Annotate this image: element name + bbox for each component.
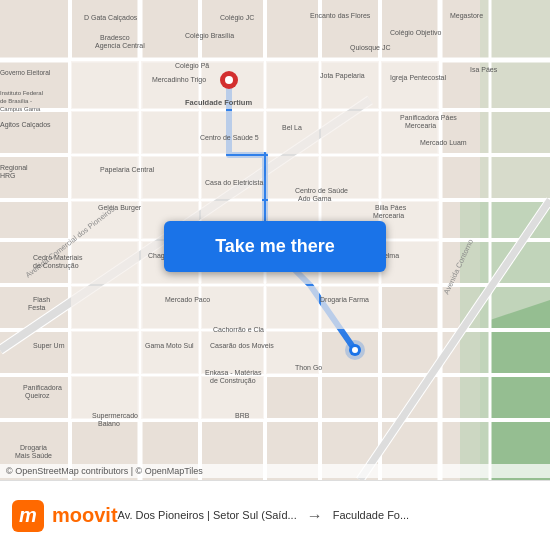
moovit-icon-letter: m (19, 504, 37, 527)
svg-text:Billa Páes: Billa Páes (375, 204, 407, 211)
svg-text:Agencia Central: Agencia Central (95, 42, 145, 50)
svg-rect-28 (266, 61, 319, 109)
svg-rect-57 (201, 286, 264, 329)
svg-text:Panificadora: Panificadora (23, 384, 62, 391)
route-arrow-icon: → (307, 507, 323, 525)
svg-text:Regional: Regional (0, 164, 28, 172)
svg-text:Queiroz: Queiroz (25, 392, 50, 400)
svg-text:Centro de Saúde 5: Centro de Saúde 5 (200, 134, 259, 141)
svg-rect-32 (141, 111, 199, 154)
route-to-label: Faculdade Fo... (333, 508, 409, 522)
svg-point-127 (225, 76, 233, 84)
svg-text:Agitos Calçados: Agitos Calçados (0, 121, 51, 129)
copyright-text: © OpenStreetMap contributors | © OpenMap… (0, 464, 550, 478)
svg-rect-54 (381, 241, 439, 284)
svg-text:Drogaria: Drogaria (20, 444, 47, 452)
svg-text:Colégio Pã: Colégio Pã (175, 62, 209, 70)
svg-text:Bradesco: Bradesco (100, 34, 130, 41)
svg-rect-30 (381, 61, 439, 109)
svg-text:Mercado Luam: Mercado Luam (420, 139, 467, 146)
svg-rect-61 (141, 331, 199, 374)
svg-rect-65 (141, 376, 199, 419)
svg-text:Faculdade Fortium: Faculdade Fortium (185, 98, 252, 107)
take-me-there-button[interactable]: Take me there (164, 221, 386, 272)
svg-rect-33 (201, 111, 264, 154)
svg-rect-34 (266, 111, 319, 154)
svg-text:Mais Saúde: Mais Saúde (15, 452, 52, 459)
svg-rect-35 (321, 111, 379, 154)
svg-rect-56 (141, 286, 199, 329)
svg-text:Mercearia: Mercearia (405, 122, 436, 129)
svg-text:Colégio JC: Colégio JC (220, 14, 254, 22)
svg-text:Gama Moto Sul: Gama Moto Sul (145, 342, 194, 349)
svg-text:Papelaria Central: Papelaria Central (100, 166, 155, 174)
svg-rect-29 (321, 61, 379, 109)
svg-text:Supermercado: Supermercado (92, 412, 138, 420)
svg-text:Mercearia: Mercearia (373, 212, 404, 219)
svg-text:Cedro Materiais: Cedro Materiais (33, 254, 83, 261)
svg-rect-39 (201, 156, 264, 199)
svg-text:de Brasília -: de Brasília - (0, 98, 32, 104)
svg-text:Casarão dos Moveis: Casarão dos Moveis (210, 342, 274, 349)
svg-text:D Gata Calçados: D Gata Calçados (84, 14, 138, 22)
svg-text:Cachorrão e Cla: Cachorrão e Cla (213, 326, 264, 333)
svg-rect-58 (266, 286, 319, 329)
svg-text:Centro de Saúde: Centro de Saúde (295, 187, 348, 194)
svg-rect-25 (71, 61, 139, 109)
moovit-brand-name: moovit (52, 504, 118, 527)
svg-text:Thon Go: Thon Go (295, 364, 322, 371)
copyright-label: © OpenStreetMap contributors | © OpenMap… (6, 466, 203, 476)
svg-text:Flash: Flash (33, 296, 50, 303)
route-info: Av. Dos Pioneiros | Setor Sul (Saíd... →… (118, 507, 538, 525)
moovit-logo: m moovit (12, 500, 118, 532)
svg-text:Drogaria Farma: Drogaria Farma (320, 296, 369, 304)
svg-rect-37 (71, 156, 139, 199)
svg-text:Colégio Objetivo: Colégio Objetivo (390, 29, 441, 37)
svg-rect-49 (71, 241, 139, 284)
svg-rect-42 (381, 156, 439, 199)
svg-text:Igreja Pentecostal: Igreja Pentecostal (390, 74, 446, 82)
svg-rect-59 (321, 286, 379, 329)
svg-text:Mercado Paco: Mercado Paco (165, 296, 210, 303)
svg-text:Quiosque JC: Quiosque JC (350, 44, 390, 52)
svg-rect-38 (141, 156, 199, 199)
svg-text:Megastore: Megastore (450, 12, 483, 20)
svg-text:Casa do Eletricista: Casa do Eletricista (205, 179, 263, 186)
svg-text:Colégio Brasília: Colégio Brasília (185, 32, 234, 40)
route-from-label: Av. Dos Pioneiros | Setor Sul (Saíd... (118, 508, 297, 522)
svg-text:BRB: BRB (235, 412, 250, 419)
svg-marker-3 (490, 300, 550, 480)
svg-text:Campus Gama: Campus Gama (0, 106, 41, 112)
svg-text:Encanto das Flores: Encanto das Flores (310, 12, 371, 19)
svg-text:Governo Eleitoral: Governo Eleitoral (0, 69, 51, 76)
svg-rect-62 (201, 331, 264, 374)
svg-rect-55 (71, 286, 139, 329)
svg-text:Festa: Festa (28, 304, 46, 311)
svg-text:Instituto Federal: Instituto Federal (0, 90, 43, 96)
map-container: D Gata Calçados Colégio JC Encanto das F… (0, 0, 550, 480)
svg-rect-60 (71, 331, 139, 374)
svg-rect-31 (71, 111, 139, 154)
svg-text:Super Um: Super Um (33, 342, 65, 350)
svg-text:Baiano: Baiano (98, 420, 120, 427)
bottom-bar: m moovit Av. Dos Pioneiros | Setor Sul (… (0, 480, 550, 550)
svg-text:Bel La: Bel La (282, 124, 302, 131)
svg-text:Enkasa - Matérias: Enkasa - Matérias (205, 369, 262, 376)
moovit-icon: m (12, 500, 44, 532)
svg-text:Jota Papelaria: Jota Papelaria (320, 72, 365, 80)
svg-text:Ado Gama: Ado Gama (298, 195, 332, 202)
svg-text:de Construção: de Construção (210, 377, 256, 385)
svg-text:Panificadora Páes: Panificadora Páes (400, 114, 457, 121)
svg-text:HRG: HRG (0, 172, 16, 179)
svg-text:Mercadinho Trigo: Mercadinho Trigo (152, 76, 206, 84)
svg-point-130 (352, 347, 358, 353)
svg-text:Isa Páes: Isa Páes (470, 66, 498, 73)
svg-text:de Construção: de Construção (33, 262, 79, 270)
